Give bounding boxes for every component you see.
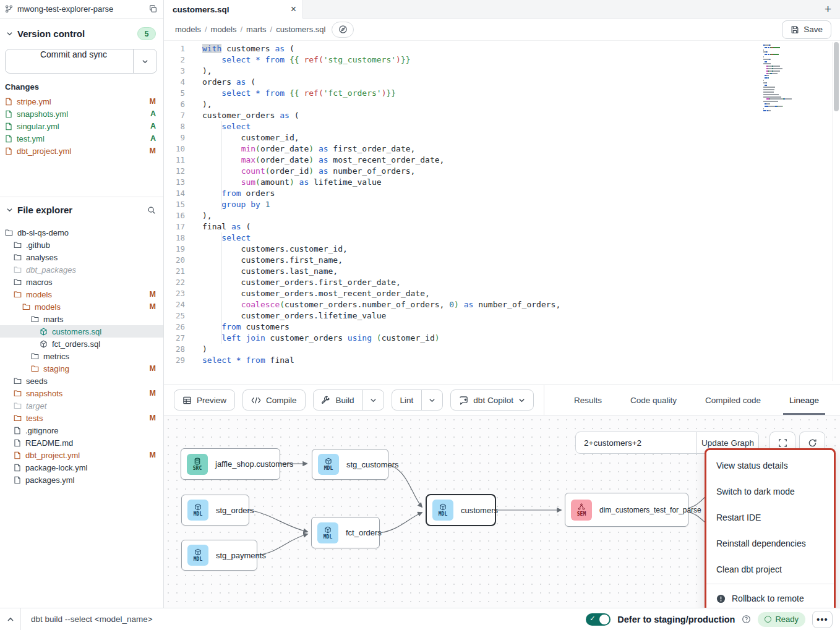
expand-command-bar-button[interactable] [0, 608, 21, 630]
tree-item-db-sl-qs-demo[interactable]: db-sl-qs-demo [0, 226, 163, 239]
lint-options-chevron[interactable] [421, 390, 442, 410]
more-options-button[interactable]: ••• [812, 611, 833, 628]
commit-options-chevron[interactable] [133, 49, 156, 73]
code-line[interactable]: 26 from customers [164, 321, 840, 333]
tree-item-target[interactable]: target [0, 399, 163, 412]
status-ready-badge[interactable]: Ready [758, 612, 805, 627]
change-item[interactable]: test.ymlA [0, 132, 163, 145]
editor-scrollbar[interactable] [832, 42, 838, 381]
lineage-node-customers-selected[interactable]: MDL customers [426, 494, 496, 526]
tree-item-seeds[interactable]: seeds [0, 375, 163, 387]
tree-item-dbt-packages[interactable]: dbt_packages [0, 263, 163, 276]
code-line[interactable]: 4orders as ( [164, 77, 840, 88]
code-line[interactable]: 7customer_orders as ( [164, 110, 840, 121]
preview-button[interactable]: Preview [174, 389, 235, 411]
search-icon[interactable] [147, 206, 156, 215]
close-tab-icon[interactable]: × [291, 4, 296, 14]
code-line[interactable]: 3), [164, 66, 840, 77]
minimap[interactable] [763, 45, 823, 113]
code-line[interactable]: 27 left join customer_orders using (cust… [164, 333, 840, 344]
tree-item-snapshots[interactable]: snapshotsM [0, 387, 163, 399]
copy-icon[interactable] [149, 5, 157, 13]
lint-button[interactable]: Lint [392, 390, 422, 410]
save-button[interactable]: Save [782, 20, 831, 39]
code-line[interactable]: 6), [164, 99, 840, 110]
code-line[interactable]: 16), [164, 210, 840, 221]
breadcrumb-item[interactable]: marts [246, 25, 267, 34]
compile-button[interactable]: Compile [242, 389, 306, 411]
breadcrumb-item[interactable]: models [175, 25, 201, 34]
change-item[interactable]: dbt_project.ymlM [0, 145, 163, 157]
tree-item-fct-orders-sql[interactable]: fct_orders.sql [0, 338, 163, 350]
tree-item-macros[interactable]: macros [0, 276, 163, 288]
code-line[interactable]: 24 coalesce(customer_orders.number_of_or… [164, 299, 840, 310]
tab-results[interactable]: Results [574, 385, 602, 415]
tab-code-quality[interactable]: Code quality [630, 385, 677, 415]
tree-item-customers-sql[interactable]: customers.sql [0, 325, 163, 338]
tree-item-package-lock-yml[interactable]: package-lock.yml [0, 461, 163, 474]
tree-item-marts[interactable]: marts [0, 313, 163, 325]
breadcrumb-item[interactable]: models [211, 25, 237, 34]
tree-item-readme-md[interactable]: README.md [0, 436, 163, 449]
build-options-chevron[interactable] [362, 390, 384, 410]
code-line[interactable]: 19 customers.customer_id, [164, 244, 840, 255]
build-button[interactable]: Build [314, 390, 362, 410]
menu-item-switch-to-dark-mode[interactable]: Switch to dark mode [706, 479, 834, 504]
code-line[interactable]: 22 customer_orders.first_order_date, [164, 277, 840, 288]
tree-item-packages-yml[interactable]: packages.yml [0, 474, 163, 486]
tree-item-models[interactable]: modelsM [0, 288, 163, 300]
file-explorer-header[interactable]: File explorer [0, 197, 163, 221]
tab-compiled-code[interactable]: Compiled code [705, 385, 761, 415]
help-icon[interactable] [742, 615, 751, 624]
code-line[interactable]: 17final as ( [164, 221, 840, 232]
code-line[interactable]: 9 customer_id, [164, 132, 840, 143]
dbt-copilot-button[interactable]: dbt Copilot [450, 389, 534, 411]
code-line[interactable]: 11 max(order_date) as most_recent_order_… [164, 155, 840, 166]
menu-item-clean-dbt-project[interactable]: Clean dbt project [706, 556, 834, 582]
tree-item--gitignore[interactable]: .gitignore [0, 424, 163, 436]
defer-toggle[interactable]: ✓ [586, 613, 611, 626]
new-tab-button[interactable]: + [825, 3, 831, 15]
code-editor[interactable]: 1with customers as (2 select * from {{ r… [164, 41, 840, 385]
code-line[interactable]: 2 select * from {{ ref('stg_customers')}… [164, 54, 840, 66]
code-line[interactable]: 23 customer_orders.most_recent_order_dat… [164, 288, 840, 299]
code-line[interactable]: 29select * from final [164, 355, 840, 366]
code-line[interactable]: 5 select * from {{ ref('fct_orders')}} [164, 88, 840, 99]
code-line[interactable]: 12 count(order_id) as number_of_orders, [164, 166, 840, 177]
code-line[interactable]: 10 min(order_date) as first_order_date, [164, 143, 840, 155]
code-line[interactable]: 8 select [164, 121, 840, 132]
change-item[interactable]: singular.ymlA [0, 120, 163, 132]
tree-item-tests[interactable]: testsM [0, 412, 163, 424]
menu-item-restart-ide[interactable]: Restart IDE [706, 504, 834, 530]
menu-item-rollback-to-remote[interactable]: Rollback to remote [706, 585, 834, 608]
tab-lineage[interactable]: Lineage [789, 385, 819, 415]
open-in-explorer-button[interactable] [332, 22, 354, 38]
code-line[interactable]: 14 from orders [164, 188, 840, 199]
tree-item--github[interactable]: .github [0, 239, 163, 251]
code-line[interactable]: 18 select [164, 232, 840, 244]
change-item[interactable]: stripe.ymlM [0, 95, 163, 108]
lineage-node-stg-customers[interactable]: MDL stg_customers [312, 449, 388, 480]
lineage-node-dim-customers-test-for-parse[interactable]: SEM dim_customers_test_for_parse [565, 493, 688, 527]
lineage-node-stg-payments[interactable]: MDL stg_payments [181, 540, 257, 571]
breadcrumb-item[interactable]: customers.sql [276, 25, 325, 34]
lineage-node-jaffle-shop-customers[interactable]: SRC jaffle_shop.customers [181, 448, 280, 480]
change-item[interactable]: snapshots.ymlA [0, 108, 163, 120]
lineage-node-stg-orders[interactable]: MDL stg_orders [181, 495, 249, 526]
code-line[interactable]: 28) [164, 344, 840, 355]
code-line[interactable]: 25 customer_orders.lifetime_value [164, 310, 840, 321]
version-control-header[interactable]: Version control 5 [0, 19, 163, 46]
code-line[interactable]: 15 group by 1 [164, 199, 840, 210]
tree-item-analyses[interactable]: analyses [0, 251, 163, 263]
tree-item-metrics[interactable]: metrics [0, 350, 163, 362]
tree-item-dbt-project-yml[interactable]: dbt_project.ymlM [0, 449, 163, 461]
menu-item-view-status-details[interactable]: View status details [706, 453, 834, 479]
code-line[interactable]: 21 customers.last_name, [164, 266, 840, 277]
code-line[interactable]: 1with customers as ( [164, 43, 840, 54]
tree-item-staging[interactable]: stagingM [0, 362, 163, 375]
lineage-selector-input[interactable]: 2+customers+2 [576, 432, 696, 453]
commit-and-sync-button[interactable]: Commit and sync [6, 49, 133, 73]
tab-customers-sql[interactable]: customers.sql × [164, 0, 303, 19]
command-input[interactable]: dbt build --select <model_name> [31, 615, 153, 624]
code-line[interactable]: 20 customers.first_name, [164, 255, 840, 266]
